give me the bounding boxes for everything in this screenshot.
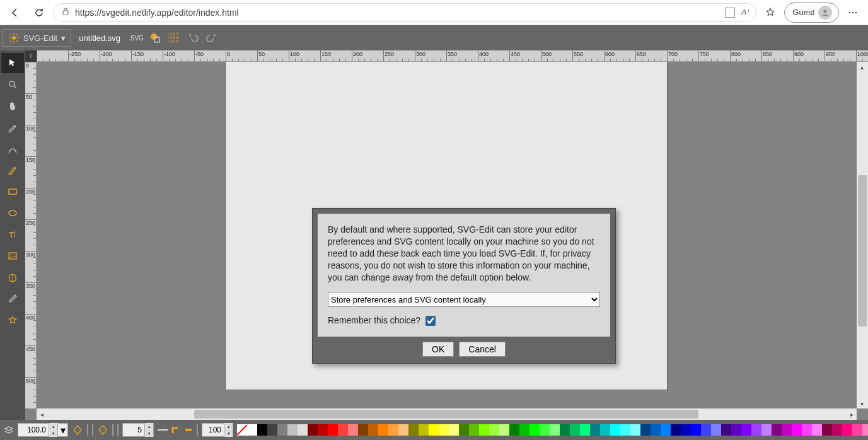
palette-swatch[interactable] xyxy=(701,424,711,436)
stroke-style-button[interactable] xyxy=(158,423,168,437)
palette-swatch[interactable] xyxy=(862,424,868,436)
opacity-control[interactable]: ▴▾ xyxy=(202,423,233,437)
palette-swatch[interactable] xyxy=(590,424,600,436)
freehand-tool[interactable] xyxy=(1,117,24,137)
palette-swatch[interactable] xyxy=(378,424,388,436)
palette-swatch[interactable] xyxy=(509,424,519,436)
palette-swatch[interactable] xyxy=(459,424,469,436)
palette-swatch[interactable] xyxy=(640,424,651,436)
palette-swatch[interactable] xyxy=(419,424,429,436)
eyedropper-tool[interactable] xyxy=(1,289,24,309)
opacity-input[interactable] xyxy=(202,426,224,434)
palette-swatch[interactable] xyxy=(812,424,822,436)
palette-swatch[interactable] xyxy=(711,424,721,436)
read-aloud-icon[interactable]: A⁾ xyxy=(741,8,749,17)
palette-swatch[interactable] xyxy=(772,424,782,436)
palette-swatch[interactable] xyxy=(731,424,741,436)
palette-swatch[interactable] xyxy=(782,424,792,436)
palette-swatch[interactable] xyxy=(741,424,751,436)
palette-swatch[interactable] xyxy=(328,424,338,436)
palette-swatch[interactable] xyxy=(842,424,852,436)
zoom-tool[interactable] xyxy=(1,74,24,95)
more-button[interactable] xyxy=(843,3,863,23)
fill-secondary-swatch[interactable] xyxy=(92,424,93,436)
back-button[interactable] xyxy=(5,3,25,23)
layers-button[interactable] xyxy=(4,423,14,437)
palette-none-swatch[interactable] xyxy=(237,424,247,436)
remember-checkbox[interactable] xyxy=(425,316,436,326)
ruler-origin[interactable]: 0 xyxy=(25,50,37,62)
palette-swatch[interactable] xyxy=(560,424,570,436)
redo-button[interactable] xyxy=(204,30,220,46)
stroke-color-swatch[interactable] xyxy=(112,424,113,436)
palette-swatch[interactable] xyxy=(287,424,298,436)
palette-swatch[interactable] xyxy=(620,424,630,436)
palette-swatch[interactable] xyxy=(358,424,368,436)
palette-swatch[interactable] xyxy=(439,424,449,436)
palette-swatch[interactable] xyxy=(408,424,419,436)
palette-swatch[interactable] xyxy=(721,424,731,436)
refresh-button[interactable] xyxy=(29,3,49,23)
palette-swatch[interactable] xyxy=(308,424,318,436)
wireframe-button[interactable] xyxy=(147,30,163,46)
palette-swatch[interactable] xyxy=(832,424,842,436)
palette-swatch[interactable] xyxy=(338,424,348,436)
zoom-input[interactable] xyxy=(18,426,49,434)
palette-swatch[interactable] xyxy=(499,424,509,436)
cancel-button[interactable]: Cancel xyxy=(459,342,506,357)
line-tool[interactable] xyxy=(1,139,24,159)
palette-swatch[interactable] xyxy=(580,424,590,436)
palette-swatch[interactable] xyxy=(298,424,308,436)
palette-swatch[interactable] xyxy=(479,424,489,436)
palette-swatch[interactable] xyxy=(540,424,550,436)
linejoin-button[interactable] xyxy=(171,423,180,437)
palette-swatch[interactable] xyxy=(469,424,479,436)
main-menu-button[interactable]: SVG-Edit ▾ xyxy=(3,29,71,47)
palette-swatch[interactable] xyxy=(318,424,328,436)
select-tool[interactable] xyxy=(1,53,24,73)
palette-swatch[interactable] xyxy=(630,424,640,436)
ok-button[interactable]: OK xyxy=(422,342,454,357)
opacity-spinner[interactable]: ▴▾ xyxy=(224,423,233,437)
palette-swatch[interactable] xyxy=(257,424,267,436)
profile-button[interactable]: Guest xyxy=(784,3,839,23)
palette-swatch[interactable] xyxy=(277,424,287,436)
path-tool[interactable] xyxy=(1,160,24,180)
filename-tab[interactable]: untitled.svg xyxy=(74,33,125,43)
linecap-button[interactable] xyxy=(184,423,193,437)
palette-swatch[interactable] xyxy=(398,424,408,436)
palette-swatch[interactable] xyxy=(852,424,862,436)
storage-select[interactable]: Store preferences and SVG content locall… xyxy=(328,292,600,307)
palette-swatch[interactable] xyxy=(388,424,398,436)
star-tool[interactable] xyxy=(1,310,24,330)
zoom-control[interactable]: ▴▾ ▾ xyxy=(18,423,68,437)
palette-swatch[interactable] xyxy=(550,424,560,436)
palette-swatch[interactable] xyxy=(681,424,691,436)
palette-swatch[interactable] xyxy=(792,424,802,436)
palette-swatch[interactable] xyxy=(600,424,610,436)
palette-swatch[interactable] xyxy=(651,424,661,436)
zoom-spinner[interactable]: ▴▾ xyxy=(49,423,57,437)
palette-swatch[interactable] xyxy=(449,424,459,436)
palette-swatch[interactable] xyxy=(348,424,358,436)
rect-tool[interactable] xyxy=(1,182,24,202)
palette-swatch[interactable] xyxy=(267,424,277,436)
palette-swatch[interactable] xyxy=(247,424,257,436)
palette-swatch[interactable] xyxy=(761,424,772,436)
palette-swatch[interactable] xyxy=(822,424,832,436)
palette-swatch[interactable] xyxy=(802,424,812,436)
palette-swatch[interactable] xyxy=(751,424,761,436)
stroke-width-spinner[interactable]: ▴▾ xyxy=(144,423,153,437)
image-tool[interactable] xyxy=(1,246,24,266)
palette-swatch[interactable] xyxy=(519,424,529,436)
address-bar[interactable]: https://svgedit.netlify.app/editor/index… xyxy=(53,3,756,22)
zoom-dropdown[interactable]: ▾ xyxy=(57,424,67,436)
undo-button[interactable] xyxy=(185,30,201,46)
pan-tool[interactable] xyxy=(1,96,24,116)
app-square-icon[interactable] xyxy=(725,8,735,18)
palette-swatch[interactable] xyxy=(671,424,681,436)
stroke-secondary-swatch[interactable] xyxy=(117,424,119,436)
palette-swatch[interactable] xyxy=(529,424,540,436)
text-tool[interactable]: T xyxy=(1,224,24,245)
opacity-gradient[interactable] xyxy=(197,424,198,436)
